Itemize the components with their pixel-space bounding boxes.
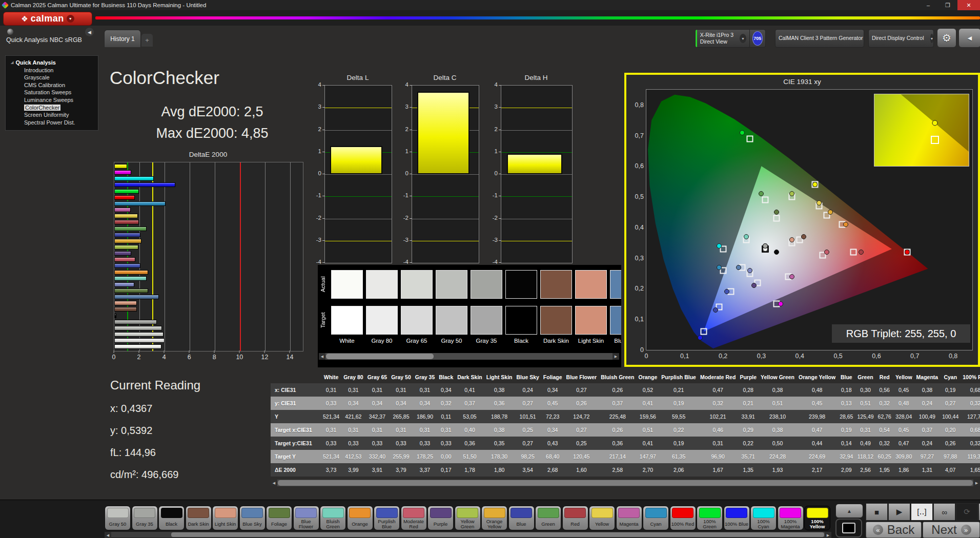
pattern-swatch bbox=[188, 508, 209, 518]
pattern-mode-button[interactable]: [‥] bbox=[911, 503, 933, 521]
scroll-right-icon[interactable]: ▶ bbox=[825, 532, 831, 538]
pattern-button-yellow[interactable]: Yellow bbox=[589, 506, 615, 530]
tab-add-button[interactable]: + bbox=[141, 34, 153, 47]
source-dropdown[interactable]: CalMAN Client 3 Pattern Generator ▼ bbox=[775, 29, 864, 48]
sidebar-collapse-button[interactable]: ◀ bbox=[85, 28, 94, 36]
pattern-button-green[interactable]: Green bbox=[535, 506, 561, 530]
axis-tick bbox=[322, 218, 325, 219]
loop-icon: ∞ bbox=[942, 508, 947, 516]
pattern-button-cyan[interactable]: Cyan bbox=[643, 506, 669, 530]
sidebar-item-label: CMS Calibration bbox=[24, 82, 65, 88]
pattern-button-yellow-green[interactable]: Yellow Green bbox=[455, 506, 481, 530]
scroll-left-icon[interactable]: ◀ bbox=[319, 353, 325, 360]
sidebar-item-colorchecker[interactable]: ColorChecker bbox=[6, 104, 98, 112]
table-cell: 0,34 bbox=[413, 397, 437, 410]
stop-button[interactable]: ■ bbox=[866, 503, 888, 521]
pattern-button-100-magenta[interactable]: 100% Magenta bbox=[778, 506, 804, 530]
pattern-window-button[interactable] bbox=[835, 519, 862, 537]
pattern-button-magenta[interactable]: Magenta bbox=[616, 506, 642, 530]
sidebar-item-luminance-sweeps[interactable]: Luminance Sweeps bbox=[6, 96, 98, 104]
pattern-button-orange[interactable]: Orange bbox=[347, 506, 373, 530]
sidebar-item-saturation-sweeps[interactable]: Saturation Sweeps bbox=[6, 89, 98, 96]
swatch-scrollbar-thumb[interactable] bbox=[326, 354, 434, 359]
pattern-button-light-skin[interactable]: Light Skin bbox=[212, 506, 238, 530]
table-cell: 0,68 bbox=[961, 383, 980, 397]
gridline--3 bbox=[412, 241, 479, 241]
pattern-button-black[interactable]: Black bbox=[158, 506, 185, 530]
pattern-button-100-cyan[interactable]: 100% Cyan bbox=[750, 506, 777, 530]
pattern-button-100-blue[interactable]: 100% Blue bbox=[724, 506, 750, 530]
pattern-button-red[interactable]: Red bbox=[562, 506, 588, 530]
pattern-button-purple[interactable]: Purple bbox=[427, 506, 454, 530]
sidebar-item-quick-analysis[interactable]: ◢Quick Analysis bbox=[6, 59, 98, 67]
calman-window: Calman 2025 Calman Ultimate for Business… bbox=[0, 0, 980, 538]
back-button[interactable]: « Back bbox=[866, 522, 922, 538]
pattern-button-blue[interactable]: Blue bbox=[508, 506, 535, 530]
sidebar-item-screen-uniformity[interactable]: Screen Uniformity bbox=[6, 111, 98, 119]
settings-button[interactable]: ⚙ bbox=[937, 28, 956, 48]
table-cell: 0,34 bbox=[541, 423, 564, 437]
scroll-left-icon[interactable]: ◀ bbox=[105, 532, 111, 538]
sidebar-item-spectral-power-dist[interactable]: Spectral Power Dist. bbox=[6, 119, 98, 127]
swatch-scrollbar[interactable]: ◀ ▶ bbox=[319, 353, 619, 360]
table-scrollbar-thumb[interactable] bbox=[278, 480, 973, 486]
sidebar-item-introduction[interactable]: Introduction bbox=[6, 67, 98, 74]
calman-menu-button[interactable]: ❖ calman ▼ bbox=[3, 12, 92, 26]
close-button[interactable]: ✕ bbox=[957, 0, 980, 10]
pattern-label: Yellow Green bbox=[455, 518, 480, 530]
pattern-button-100-yellow[interactable]: 100% Yellow bbox=[804, 506, 830, 530]
pattern-button-dark-skin[interactable]: Dark Skin bbox=[186, 506, 212, 530]
pattern-button-moderate-red[interactable]: Moderate Red bbox=[401, 506, 427, 530]
table-cell: 0,31 bbox=[341, 383, 365, 397]
scroll-left-icon[interactable]: ◀ bbox=[271, 480, 277, 486]
axis-tick bbox=[322, 152, 325, 152]
cie-target-green bbox=[762, 197, 768, 203]
axis-tick-label: 2 bbox=[487, 126, 498, 132]
sidebar-item-grayscale[interactable]: Grayscale bbox=[6, 74, 98, 81]
axis-tick bbox=[410, 218, 412, 219]
loop-button[interactable]: ∞ bbox=[933, 503, 955, 521]
deltae-bar bbox=[114, 344, 161, 349]
play-button[interactable]: ▶ bbox=[888, 503, 910, 521]
deltae-bar bbox=[114, 182, 175, 187]
table-cell: 28,65 bbox=[838, 410, 855, 423]
meter-mode-badge[interactable]: 705 bbox=[752, 31, 763, 46]
scroll-right-icon[interactable]: ▶ bbox=[612, 353, 619, 360]
maximize-button[interactable]: ❐ bbox=[938, 0, 957, 10]
pattern-label: Moderate Red bbox=[401, 518, 426, 530]
pattern-button-100-green[interactable]: 100% Green bbox=[697, 506, 723, 530]
meter-label: X-Rite i1Pro 3Direct View bbox=[697, 32, 737, 45]
scroll-right-icon[interactable]: ▶ bbox=[973, 480, 980, 486]
axis-tick-label: -2 bbox=[311, 215, 321, 221]
pattern-window-icon bbox=[842, 523, 855, 533]
table-cell: 0,33 bbox=[389, 437, 413, 450]
tab-history-1[interactable]: History 1 bbox=[104, 30, 141, 47]
panel-collapse-button[interactable]: ◀ bbox=[958, 28, 980, 48]
pattern-button-blue-sky[interactable]: Blue Sky bbox=[239, 506, 266, 530]
table-cell: 0,32 bbox=[876, 397, 893, 410]
pattern-button-orange-yellow[interactable]: Orange Yellow bbox=[481, 506, 507, 530]
pattern-button-100-red[interactable]: 100% Red bbox=[670, 506, 696, 530]
deltae-bar bbox=[114, 295, 159, 299]
sidebar-item-cms-calibration[interactable]: CMS Calibration bbox=[6, 81, 98, 89]
table-scrollbar[interactable]: ◀ ▶ bbox=[271, 480, 980, 486]
reading-cdm2: cd/m²: 496,669 bbox=[110, 469, 178, 481]
display-control-dropdown[interactable]: Direct Display Control ▼ bbox=[868, 29, 934, 48]
pattern-button-bluish-green[interactable]: Bluish Green bbox=[320, 506, 346, 530]
pattern-button-purplish-blue[interactable]: Purplish Blue bbox=[374, 506, 400, 530]
minimize-button[interactable]: – bbox=[918, 0, 938, 10]
pattern-swatch bbox=[430, 508, 452, 518]
pattern-button-gray-50[interactable]: Gray 50 bbox=[105, 506, 131, 530]
pattern-strip-scrollbar[interactable]: ◀ ▶ bbox=[105, 532, 831, 537]
table-cell: 0,47 bbox=[797, 423, 838, 437]
table-cell: 0,48 bbox=[797, 383, 838, 397]
pattern-button-gray-35[interactable]: Gray 35 bbox=[132, 506, 158, 530]
refresh-button[interactable]: ⟳ bbox=[956, 503, 978, 521]
meter-dropdown[interactable]: X-Rite i1Pro 3Direct View ▼ 705 bbox=[695, 29, 766, 48]
next-button[interactable]: Next » bbox=[923, 522, 980, 538]
pattern-strip-scrollbar-thumb[interactable] bbox=[171, 532, 824, 537]
pattern-button-blue-flower[interactable]: Blue Flower bbox=[293, 506, 319, 530]
table-cell: 0,26 bbox=[599, 423, 636, 437]
pattern-button-foliage[interactable]: Foliage bbox=[266, 506, 292, 530]
strip-expand-button[interactable]: ▲ bbox=[835, 504, 863, 518]
